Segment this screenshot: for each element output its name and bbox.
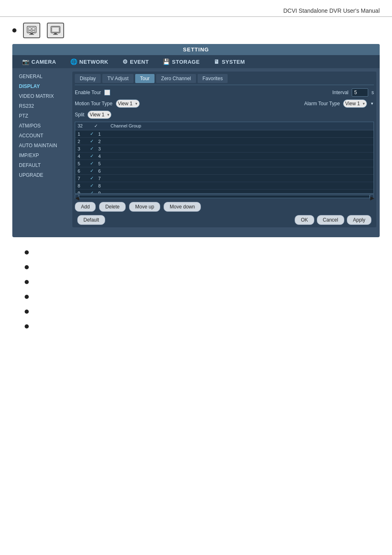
sidebar-item-atm-pos[interactable]: ATM/POS: [16, 121, 69, 131]
bullet-2-icon: [25, 265, 29, 269]
table-row: 4 ✓ 4: [75, 153, 374, 160]
display-icon-2: [51, 26, 60, 35]
sidebar-item-general[interactable]: GENERAL: [16, 72, 69, 81]
table-row: 5 ✓ 5: [75, 160, 374, 167]
svg-rect-8: [52, 27, 59, 32]
bullet-3-icon: [25, 280, 29, 284]
motion-tour-select[interactable]: View 1 View 4 View 8: [116, 99, 140, 108]
ok-button[interactable]: OK: [295, 215, 314, 225]
display-icon-1: [27, 26, 37, 35]
right-panel: Display TV Adjust Tour Zero Channel Favo…: [72, 72, 376, 227]
motion-tour-label: Motion Tour Type: [75, 101, 113, 106]
nav-tab-storage-label: STORAGE: [172, 59, 200, 65]
svg-rect-1: [28, 28, 31, 30]
enable-tour-row: Enable Tour Interval s: [75, 88, 374, 97]
table-row: 8 ✓ 8: [75, 182, 374, 190]
sub-tab-tv-adjust[interactable]: TV Adjust: [102, 74, 133, 83]
bottom-right-buttons: OK Cancel Apply: [295, 215, 371, 225]
alarm-tour-label: Alarm Tour Type: [304, 101, 340, 106]
bullet-list: [0, 237, 392, 341]
sidebar-item-rs232[interactable]: RS232: [16, 101, 69, 111]
bullet-item-6: [25, 324, 367, 328]
interval-label: Interval: [332, 90, 348, 95]
nav-tab-event-label: EVENT: [130, 59, 149, 65]
interval-input[interactable]: [352, 88, 368, 97]
bullet-item-5: [25, 309, 367, 314]
sidebar-item-default[interactable]: DEFAULT: [16, 160, 69, 170]
nav-tab-system[interactable]: 🖥 SYSTEM: [207, 55, 251, 68]
sub-tab-tour[interactable]: Tour: [135, 74, 154, 83]
nav-tab-event[interactable]: ⚙ EVENT: [116, 55, 155, 68]
move-up-button[interactable]: Move up: [129, 202, 160, 212]
table-header: 32 ✓ Channel Group: [75, 122, 374, 130]
table-row: 2 ✓ 2: [75, 138, 374, 145]
sidebar-item-imp-exp[interactable]: IMP/EXP: [16, 150, 69, 160]
move-down-button[interactable]: Move down: [164, 202, 201, 212]
apply-button[interactable]: Apply: [347, 215, 371, 225]
icons-row: [0, 17, 392, 44]
bullet-1-icon: [25, 250, 29, 254]
nav-tab-network-label: NETWORK: [79, 59, 108, 65]
svg-rect-5: [30, 33, 33, 34]
col-num-header: 32: [78, 123, 94, 129]
sidebar-item-display[interactable]: DISPLAY: [16, 81, 69, 91]
action-buttons: Add Delete Move up Move down: [75, 202, 374, 212]
svg-rect-6: [29, 34, 34, 35]
channel-group-table: 32 ✓ Channel Group 1 ✓ 1 2 ✓ 2: [75, 122, 374, 194]
sidebar-item-video-matrix[interactable]: VIDEO MATRIX: [16, 91, 69, 101]
sub-tab-favorites[interactable]: Favorites: [198, 74, 228, 83]
tour-type-row: Motion Tour Type View 1 View 4 View 8 Al…: [75, 99, 374, 108]
nav-tab-storage[interactable]: 💾 STORAGE: [156, 55, 206, 68]
alarm-tour-select[interactable]: View 1 View 4 View 8: [343, 99, 367, 108]
bullet-icon: [12, 28, 16, 32]
svg-rect-9: [54, 33, 57, 34]
cancel-button[interactable]: Cancel: [317, 215, 344, 225]
network-icon: 🌐: [70, 58, 78, 65]
table-row: 3 ✓ 3: [75, 145, 374, 153]
bullet-item-2: [25, 264, 367, 269]
split-row: Split View 1 View 4: [75, 111, 374, 119]
icon-btn-2[interactable]: [47, 23, 64, 38]
alarm-tour-select-wrapper: View 1 View 4 View 8: [343, 99, 367, 108]
sub-tabs: Display TV Adjust Tour Zero Channel Favo…: [75, 74, 374, 85]
split-select[interactable]: View 1 View 4: [88, 111, 111, 119]
bottom-buttons: Default OK Cancel Apply: [75, 215, 374, 225]
sidebar-item-account[interactable]: ACCOUNT: [16, 131, 69, 141]
svg-rect-3: [28, 30, 31, 32]
nav-tab-network[interactable]: 🌐 NETWORK: [64, 55, 115, 68]
nav-tab-camera-label: CAMERA: [32, 59, 56, 65]
page-title: DCVI Standalone DVR User's Manual: [283, 7, 380, 14]
icon-btn-1[interactable]: [23, 23, 40, 38]
table-row: 6 ✓ 6: [75, 167, 374, 175]
interval-unit: s: [371, 90, 374, 95]
sub-tab-zero-channel[interactable]: Zero Channel: [156, 74, 196, 83]
enable-tour-label: Enable Tour: [75, 90, 101, 95]
scroll-right-btn[interactable]: ▶: [370, 194, 374, 199]
svg-rect-2: [32, 28, 35, 30]
setting-title: SETTING: [12, 44, 380, 55]
bullet-4-icon: [25, 295, 29, 299]
col-group-header: Channel Group: [111, 123, 371, 129]
nav-tab-camera[interactable]: 📷 CAMERA: [16, 55, 63, 68]
add-button[interactable]: Add: [75, 202, 96, 212]
sidebar-item-ptz[interactable]: PTZ: [16, 111, 69, 121]
scroll-left-btn[interactable]: ◀: [75, 194, 79, 199]
sidebar-item-upgrade[interactable]: UPGRADE: [16, 170, 69, 180]
main-content: GENERAL DISPLAY VIDEO MATRIX RS232 PTZ A…: [12, 68, 380, 231]
sidebar-item-auto-maintain[interactable]: AUTO MAINTAIN: [16, 141, 69, 150]
table-row: 9 ✓ 9: [75, 190, 374, 194]
event-icon: ⚙: [122, 58, 128, 65]
sub-tab-display[interactable]: Display: [75, 74, 101, 83]
delete-button[interactable]: Delete: [99, 202, 126, 212]
bullet-6-icon: [25, 324, 29, 328]
sidebar: GENERAL DISPLAY VIDEO MATRIX RS232 PTZ A…: [16, 72, 69, 227]
enable-tour-checkbox[interactable]: [104, 90, 110, 95]
channel-scroll[interactable]: 32 ✓ Channel Group 1 ✓ 1 2 ✓ 2: [75, 122, 374, 194]
table-row: 7 ✓ 7: [75, 175, 374, 182]
split-label: Split: [75, 112, 84, 118]
nav-tab-system-label: SYSTEM: [222, 59, 245, 65]
default-button[interactable]: Default: [77, 215, 105, 225]
bullet-item-3: [25, 279, 367, 284]
svg-rect-10: [53, 34, 58, 35]
svg-rect-4: [32, 30, 35, 32]
